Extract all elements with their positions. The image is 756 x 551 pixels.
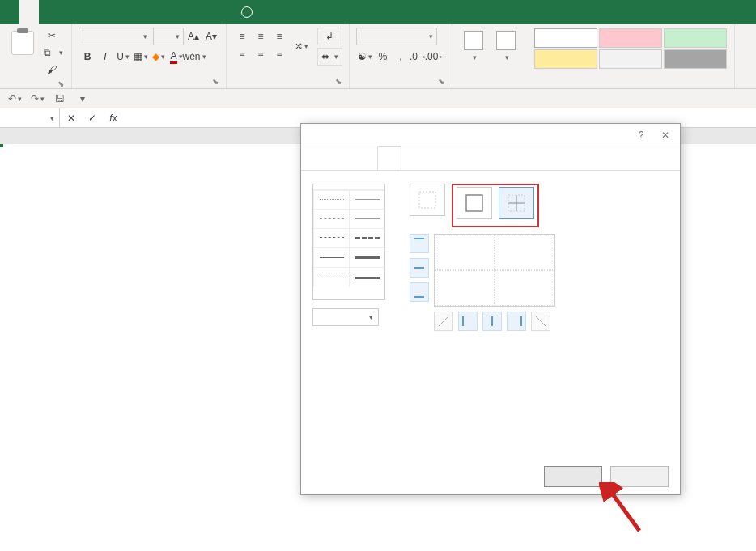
tab-review[interactable]: [117, 0, 136, 24]
dlg-tab-number[interactable]: [309, 146, 332, 170]
border-vmid-button[interactable]: [482, 312, 502, 331]
paste-button[interactable]: [6, 28, 39, 60]
align-left-button[interactable]: ≡: [233, 46, 251, 64]
format-cells-dialog: ? ✕: [300, 123, 681, 495]
cancel-button[interactable]: [610, 466, 669, 487]
wrap-icon: ↲: [325, 31, 333, 42]
font-launcher[interactable]: ⬊: [208, 75, 219, 87]
dlg-tab-font[interactable]: [355, 146, 377, 170]
save-button[interactable]: 🖫: [52, 91, 68, 107]
clipboard-launcher[interactable]: ⬊: [53, 78, 65, 89]
dialog-help-button[interactable]: ?: [633, 127, 649, 143]
cut-button[interactable]: ✂: [42, 28, 65, 44]
dialog-close-button[interactable]: ✕: [657, 127, 673, 143]
svg-rect-1: [466, 195, 482, 211]
line-style-none[interactable]: [313, 184, 384, 190]
qat-more-button[interactable]: ▾: [74, 91, 91, 107]
tab-developer[interactable]: [175, 0, 194, 24]
formula-confirm-button[interactable]: ✓: [84, 110, 100, 126]
format-as-table-button[interactable]: ▾: [491, 28, 520, 65]
font-size-select[interactable]: ▾: [153, 28, 184, 45]
copy-button[interactable]: ⧉▾: [42, 45, 65, 61]
group-styles: [527, 24, 735, 88]
tab-pdf[interactable]: [214, 0, 233, 24]
border-bottom-button[interactable]: [410, 282, 429, 302]
undo-button[interactable]: ↶▾: [6, 91, 23, 107]
tab-custom[interactable]: [136, 0, 155, 24]
border-left-button[interactable]: [458, 312, 478, 331]
dialog-body: ▾: [301, 171, 680, 459]
tab-data[interactable]: [97, 0, 117, 24]
bold-button[interactable]: B: [79, 48, 96, 66]
svg-line-12: [536, 316, 546, 326]
border-right-button[interactable]: [507, 312, 526, 331]
annotation-presets-highlight: [452, 184, 539, 227]
comma-button[interactable]: ,: [392, 48, 410, 66]
border-hmid-button[interactable]: [410, 258, 429, 278]
dlg-tab-protect[interactable]: [424, 146, 447, 170]
increase-font-button[interactable]: A▴: [185, 28, 202, 45]
align-top-button[interactable]: ≡: [233, 28, 251, 45]
group-alignment: ≡ ≡ ≡ ≡ ≡ ≡ ⤭▾ ↲ ⬌▾ ⬊: [227, 24, 350, 88]
tab-file[interactable]: [0, 0, 19, 24]
preset-inside[interactable]: [499, 187, 534, 223]
tab-page-layout[interactable]: [58, 0, 78, 24]
tab-help[interactable]: [194, 0, 214, 24]
format-painter-button[interactable]: 🖌: [42, 61, 65, 78]
conditional-format-button[interactable]: ▾: [459, 28, 488, 65]
border-diag-up-button[interactable]: [434, 312, 453, 331]
font-name-select[interactable]: ▾: [79, 28, 151, 45]
merge-center-button[interactable]: ⬌▾: [317, 48, 342, 66]
border-preview[interactable]: [434, 234, 555, 307]
wrap-text-button[interactable]: ↲: [317, 28, 342, 45]
formula-cancel-button[interactable]: ✕: [63, 110, 79, 126]
cell-style-neutral[interactable]: [534, 49, 597, 69]
border-button[interactable]: ▦▾: [132, 48, 150, 66]
tab-insert[interactable]: [39, 0, 58, 24]
fx-button[interactable]: fx: [105, 110, 121, 126]
tab-formulas[interactable]: [78, 0, 97, 24]
decrease-font-button[interactable]: A▾: [203, 28, 219, 45]
cell-style-check[interactable]: [664, 49, 727, 69]
dlg-tab-align[interactable]: [332, 146, 355, 170]
align-center-button[interactable]: ≡: [252, 46, 270, 64]
cell-style-calc[interactable]: [599, 49, 662, 69]
border-diag-down-button[interactable]: [531, 312, 550, 331]
dlg-tab-border[interactable]: [377, 146, 401, 170]
ribbon-tabs: [0, 0, 756, 24]
currency-button[interactable]: ☯▾: [356, 48, 374, 66]
selection-region: [0, 144, 3, 147]
preset-none[interactable]: [410, 184, 445, 219]
align-middle-button[interactable]: ≡: [252, 28, 270, 45]
orientation-button[interactable]: ⤭▾: [293, 38, 309, 54]
cell-style-bad[interactable]: [599, 28, 662, 48]
percent-button[interactable]: %: [374, 48, 392, 66]
cond-format-icon: [464, 31, 483, 50]
decrease-decimal-button[interactable]: .00←: [427, 48, 445, 66]
cell-style-good[interactable]: [664, 28, 727, 48]
align-bottom-button[interactable]: ≡: [270, 28, 288, 45]
border-top-button[interactable]: [410, 234, 429, 253]
dlg-tab-fill[interactable]: [401, 146, 424, 170]
dialog-titlebar[interactable]: ? ✕: [301, 124, 680, 146]
phonetic-button[interactable]: wén▾: [185, 48, 203, 66]
ok-button[interactable]: [544, 466, 602, 487]
redo-button[interactable]: ↷▾: [29, 91, 45, 107]
tab-home[interactable]: [19, 0, 39, 24]
align-right-button[interactable]: ≡: [270, 46, 288, 64]
preset-outline[interactable]: [457, 187, 492, 223]
group-conditional: ▾ ▾: [452, 24, 527, 88]
line-style-list[interactable]: [312, 184, 385, 300]
tab-view[interactable]: [155, 0, 175, 24]
cell-style-normal[interactable]: [534, 28, 597, 48]
name-box[interactable]: ▾: [0, 108, 60, 127]
italic-button[interactable]: I: [96, 48, 114, 66]
align-launcher[interactable]: ⬊: [331, 75, 342, 87]
underline-button[interactable]: U▾: [114, 48, 132, 66]
tell-me-search[interactable]: [233, 0, 265, 24]
fill-color-button[interactable]: ◆▾: [150, 48, 168, 66]
preview-cell: [495, 235, 554, 270]
number-launcher[interactable]: ⬊: [434, 75, 445, 87]
number-format-select[interactable]: ▾: [356, 28, 437, 45]
border-color-select[interactable]: ▾: [312, 308, 379, 326]
